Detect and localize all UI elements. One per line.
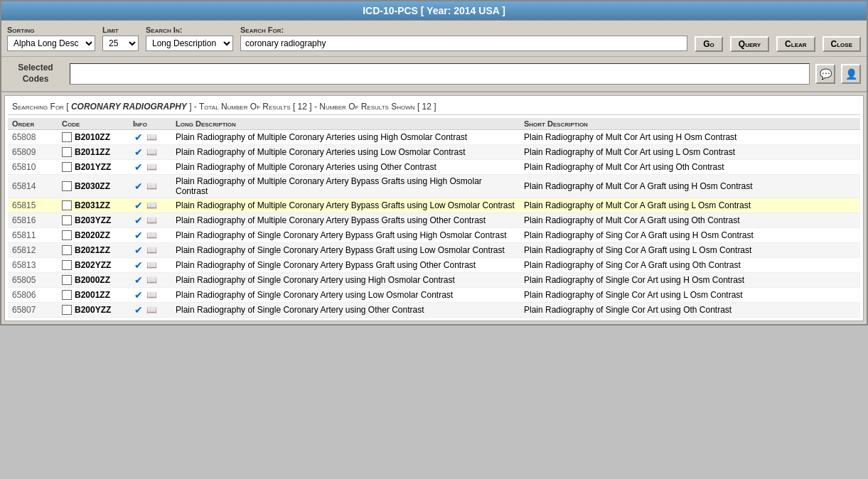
short-desc-cell: Plain Radiography of Mult Cor A Graft us… xyxy=(520,198,860,213)
info-book-icon[interactable]: 📖 xyxy=(146,304,157,316)
table-row: 65805 B2000ZZ ✔ 📖 Plain Radiography of S… xyxy=(8,273,860,288)
code-checkbox[interactable] xyxy=(62,275,72,285)
code-checkbox[interactable] xyxy=(62,230,72,240)
code-value[interactable]: B2031ZZ xyxy=(75,200,110,210)
info-book-icon[interactable]: 📖 xyxy=(146,230,157,241)
code-value[interactable]: B203YZZ xyxy=(75,215,111,225)
col-code: Code xyxy=(58,118,129,130)
code-checkbox[interactable] xyxy=(62,260,72,270)
long-desc-cell: Plain Radiography of Single Coronary Art… xyxy=(171,288,520,303)
info-check-icon[interactable]: ✔ xyxy=(133,146,144,158)
table-row: 65806 B2001ZZ ✔ 📖 Plain Radiography of S… xyxy=(8,288,860,303)
comment-icon: 💬 xyxy=(820,68,832,80)
long-desc-cell: Plain Radiography of Multiple Coronary A… xyxy=(171,145,520,160)
sorting-label: Sorting xyxy=(7,26,95,34)
table-row: 65809 B2011ZZ ✔ 📖 Plain Radiography of M… xyxy=(8,145,860,160)
order-cell: 65806 xyxy=(8,288,58,303)
info-check-icon[interactable]: ✔ xyxy=(133,161,144,173)
code-checkbox[interactable] xyxy=(62,181,72,191)
info-check-icon[interactable]: ✔ xyxy=(133,244,144,256)
info-book-icon[interactable]: 📖 xyxy=(146,215,157,226)
info-check-icon[interactable]: ✔ xyxy=(133,200,144,211)
short-desc-cell: Plain Radiography of Mult Cor Art using … xyxy=(520,160,860,175)
results-container: Searching For [ coronary radiography ] -… xyxy=(4,95,864,321)
close-button[interactable]: Close xyxy=(823,36,861,52)
info-cell: ✔ 📖 xyxy=(129,213,171,228)
info-book-icon[interactable]: 📖 xyxy=(146,161,157,173)
info-book-icon[interactable]: 📖 xyxy=(146,274,157,286)
clear-button[interactable]: Clear xyxy=(776,36,815,52)
info-book-icon[interactable]: 📖 xyxy=(146,181,157,192)
info-check-icon[interactable]: ✔ xyxy=(133,274,144,286)
info-cell: ✔ 📖 xyxy=(129,243,171,258)
code-cell: B2031ZZ xyxy=(58,198,129,213)
code-checkbox[interactable] xyxy=(62,305,72,315)
selected-codes-input[interactable] xyxy=(70,63,810,85)
search-for-group: Search For: xyxy=(240,26,687,51)
info-book-icon[interactable]: 📖 xyxy=(146,146,157,158)
selected-codes-bar: SelectedCodes 💬 👤 xyxy=(1,57,867,92)
code-checkbox[interactable] xyxy=(62,147,72,157)
code-value[interactable]: B2021ZZ xyxy=(75,245,110,255)
info-check-icon[interactable]: ✔ xyxy=(133,289,144,301)
code-value[interactable]: B200YZZ xyxy=(75,305,111,315)
info-check-icon[interactable]: ✔ xyxy=(133,259,144,271)
go-button[interactable]: Go xyxy=(695,36,723,52)
code-checkbox[interactable] xyxy=(62,132,72,142)
code-value[interactable]: B2030ZZ xyxy=(75,181,110,191)
long-desc-cell: Plain Radiography of Single Coronary Art… xyxy=(171,228,520,243)
code-checkbox[interactable] xyxy=(62,162,72,172)
order-cell: 65814 xyxy=(8,175,58,198)
info-book-icon[interactable]: 📖 xyxy=(146,244,157,256)
table-row: 65814 B2030ZZ ✔ 📖 Plain Radiography of M… xyxy=(8,175,860,198)
code-cell: B2020ZZ xyxy=(58,228,129,243)
info-check-icon[interactable]: ✔ xyxy=(133,230,144,241)
selected-codes-action-button[interactable]: 💬 xyxy=(815,64,835,84)
code-value[interactable]: B2020ZZ xyxy=(75,230,110,240)
limit-select[interactable]: 10 25 50 100 xyxy=(102,36,139,51)
app-title: ICD-10-PCS [ Year: 2014 USA ] xyxy=(363,5,505,16)
short-desc-cell: Plain Radiography of Single Cor Art usin… xyxy=(520,303,860,318)
code-cell: B2010ZZ xyxy=(58,130,129,145)
short-desc-cell: Plain Radiography of Single Cor Art usin… xyxy=(520,273,860,288)
save-query-button[interactable]: Query xyxy=(730,36,769,52)
code-value[interactable]: B2010ZZ xyxy=(75,132,110,142)
code-checkbox[interactable] xyxy=(62,290,72,300)
results-table: Order Code Info Long Description Short D… xyxy=(8,118,860,318)
code-checkbox[interactable] xyxy=(62,200,72,210)
info-check-icon[interactable]: ✔ xyxy=(133,131,144,143)
info-check-icon[interactable]: ✔ xyxy=(133,181,144,192)
toolbar: Sorting Alpha Long Desc Alpha Short Desc… xyxy=(1,21,867,57)
code-value[interactable]: B201YZZ xyxy=(75,162,111,172)
total-results: 12 xyxy=(298,102,307,112)
code-value[interactable]: B2011ZZ xyxy=(75,147,110,157)
info-check-icon[interactable]: ✔ xyxy=(133,304,144,316)
table-row: 65810 B201YZZ ✔ 📖 Plain Radiography of M… xyxy=(8,160,860,175)
short-desc-cell: Plain Radiography of Sing Cor A Graft us… xyxy=(520,228,860,243)
code-checkbox[interactable] xyxy=(62,215,72,225)
table-row: 65811 B2020ZZ ✔ 📖 Plain Radiography of S… xyxy=(8,228,860,243)
info-book-icon[interactable]: 📖 xyxy=(146,200,157,211)
info-check-icon[interactable]: ✔ xyxy=(133,215,144,226)
order-cell: 65809 xyxy=(8,145,58,160)
table-row: 65812 B2021ZZ ✔ 📖 Plain Radiography of S… xyxy=(8,243,860,258)
selected-codes-person-button[interactable]: 👤 xyxy=(841,64,861,84)
table-row: 65808 B2010ZZ ✔ 📖 Plain Radiography of M… xyxy=(8,130,860,145)
code-value[interactable]: B202YZZ xyxy=(75,260,111,270)
code-checkbox[interactable] xyxy=(62,245,72,255)
limit-label: Limit xyxy=(102,26,139,34)
info-cell: ✔ 📖 xyxy=(129,228,171,243)
search-in-select[interactable]: Long Description Short Description Code xyxy=(146,36,233,51)
sorting-select[interactable]: Alpha Long Desc Alpha Short Desc Code xyxy=(7,36,95,51)
table-row: 65807 B200YZZ ✔ 📖 Plain Radiography of S… xyxy=(8,303,860,318)
info-book-icon[interactable]: 📖 xyxy=(146,131,157,143)
search-term: coronary radiography xyxy=(71,102,187,112)
short-desc-cell: Plain Radiography of Sing Cor A Graft us… xyxy=(520,258,860,273)
code-value[interactable]: B2001ZZ xyxy=(75,290,110,300)
code-value[interactable]: B2000ZZ xyxy=(75,275,110,285)
search-input[interactable] xyxy=(240,36,687,51)
order-cell: 65813 xyxy=(8,258,58,273)
info-book-icon[interactable]: 📖 xyxy=(146,259,157,271)
info-book-icon[interactable]: 📖 xyxy=(146,289,157,301)
code-cell: B2000ZZ xyxy=(58,273,129,288)
